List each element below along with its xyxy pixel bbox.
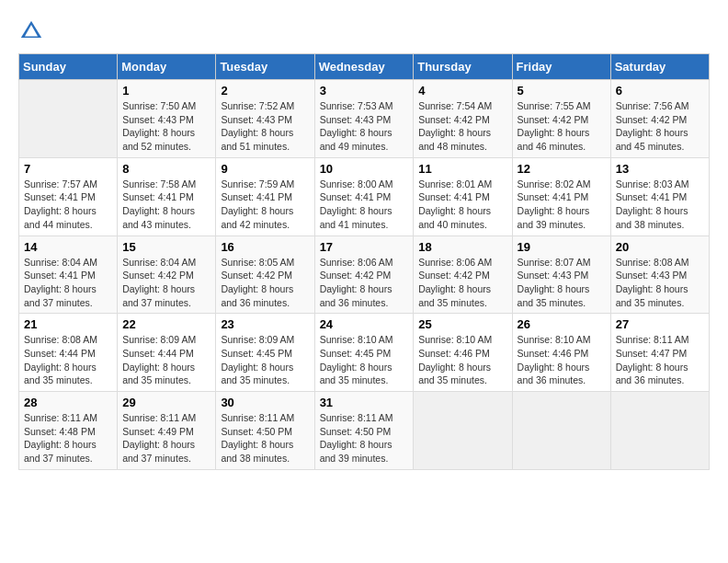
day-info: Sunrise: 8:01 AMSunset: 4:41 PMDaylight:… bbox=[418, 178, 506, 232]
day-number: 6 bbox=[616, 84, 704, 98]
weekday-header-thursday: Thursday bbox=[414, 54, 512, 80]
calendar-cell: 20Sunrise: 8:08 AMSunset: 4:43 PMDayligh… bbox=[610, 236, 709, 314]
day-info: Sunrise: 8:10 AMSunset: 4:46 PMDaylight:… bbox=[518, 333, 606, 387]
day-number: 10 bbox=[320, 162, 409, 176]
calendar-cell: 19Sunrise: 8:07 AMSunset: 4:43 PMDayligh… bbox=[512, 236, 610, 314]
calendar-cell: 5Sunrise: 7:55 AMSunset: 4:42 PMDaylight… bbox=[512, 80, 610, 158]
calendar-cell: 10Sunrise: 8:00 AMSunset: 4:41 PMDayligh… bbox=[314, 157, 414, 236]
day-info: Sunrise: 8:06 AMSunset: 4:42 PMDaylight:… bbox=[320, 256, 409, 310]
day-info: Sunrise: 8:10 AMSunset: 4:46 PMDaylight:… bbox=[418, 333, 506, 387]
calendar-cell: 13Sunrise: 8:03 AMSunset: 4:41 PMDayligh… bbox=[610, 157, 709, 236]
weekday-header-saturday: Saturday bbox=[610, 54, 709, 80]
weekday-header-tuesday: Tuesday bbox=[216, 54, 314, 80]
day-info: Sunrise: 7:52 AMSunset: 4:43 PMDaylight:… bbox=[221, 99, 309, 154]
calendar-week-row: 21Sunrise: 8:08 AMSunset: 4:44 PMDayligh… bbox=[19, 314, 710, 392]
day-info: Sunrise: 7:54 AMSunset: 4:42 PMDaylight:… bbox=[418, 99, 506, 154]
day-info: Sunrise: 8:07 AMSunset: 4:43 PMDaylight:… bbox=[518, 256, 606, 310]
day-info: Sunrise: 8:00 AMSunset: 4:41 PMDaylight:… bbox=[320, 178, 409, 232]
day-info: Sunrise: 8:03 AMSunset: 4:41 PMDaylight:… bbox=[616, 178, 704, 232]
day-number: 14 bbox=[24, 240, 112, 254]
day-number: 30 bbox=[221, 396, 309, 409]
calendar-cell: 21Sunrise: 8:08 AMSunset: 4:44 PMDayligh… bbox=[19, 314, 118, 392]
day-number: 23 bbox=[221, 317, 309, 331]
calendar-cell: 3Sunrise: 7:53 AMSunset: 4:43 PMDaylight… bbox=[314, 80, 414, 158]
logo bbox=[18, 18, 48, 44]
day-number: 21 bbox=[24, 317, 112, 331]
weekday-header-row: SundayMondayTuesdayWednesdayThursdayFrid… bbox=[19, 54, 710, 80]
day-info: Sunrise: 7:57 AMSunset: 4:41 PMDaylight:… bbox=[24, 178, 112, 232]
calendar-cell: 11Sunrise: 8:01 AMSunset: 4:41 PMDayligh… bbox=[414, 157, 512, 236]
day-info: Sunrise: 8:08 AMSunset: 4:44 PMDaylight:… bbox=[24, 333, 112, 387]
calendar-week-row: 1Sunrise: 7:50 AMSunset: 4:43 PMDaylight… bbox=[19, 80, 710, 158]
day-number: 20 bbox=[616, 240, 704, 254]
calendar-cell: 28Sunrise: 8:11 AMSunset: 4:48 PMDayligh… bbox=[19, 392, 118, 470]
weekday-header-wednesday: Wednesday bbox=[314, 54, 414, 80]
weekday-header-friday: Friday bbox=[512, 54, 610, 80]
calendar-table: SundayMondayTuesdayWednesdayThursdayFrid… bbox=[18, 53, 710, 470]
calendar-cell: 22Sunrise: 8:09 AMSunset: 4:44 PMDayligh… bbox=[118, 314, 216, 392]
day-info: Sunrise: 8:11 AMSunset: 4:48 PMDaylight:… bbox=[24, 411, 112, 465]
calendar-cell: 23Sunrise: 8:09 AMSunset: 4:45 PMDayligh… bbox=[216, 314, 314, 392]
calendar-week-row: 14Sunrise: 8:04 AMSunset: 4:41 PMDayligh… bbox=[19, 236, 710, 314]
calendar-cell: 26Sunrise: 8:10 AMSunset: 4:46 PMDayligh… bbox=[512, 314, 610, 392]
day-number: 31 bbox=[320, 396, 409, 409]
day-number: 29 bbox=[122, 396, 210, 409]
day-number: 1 bbox=[122, 84, 210, 98]
day-number: 8 bbox=[122, 162, 210, 176]
day-info: Sunrise: 8:06 AMSunset: 4:42 PMDaylight:… bbox=[418, 256, 506, 310]
day-number: 16 bbox=[221, 240, 309, 254]
day-info: Sunrise: 7:50 AMSunset: 4:43 PMDaylight:… bbox=[122, 99, 210, 154]
day-number: 4 bbox=[418, 84, 506, 98]
calendar-cell: 9Sunrise: 7:59 AMSunset: 4:41 PMDaylight… bbox=[216, 157, 314, 236]
calendar-cell: 7Sunrise: 7:57 AMSunset: 4:41 PMDaylight… bbox=[19, 157, 118, 236]
calendar-cell: 18Sunrise: 8:06 AMSunset: 4:42 PMDayligh… bbox=[414, 236, 512, 314]
calendar-cell: 14Sunrise: 8:04 AMSunset: 4:41 PMDayligh… bbox=[19, 236, 118, 314]
day-number: 11 bbox=[418, 162, 506, 176]
day-info: Sunrise: 8:04 AMSunset: 4:41 PMDaylight:… bbox=[24, 256, 112, 310]
calendar-cell: 29Sunrise: 8:11 AMSunset: 4:49 PMDayligh… bbox=[118, 392, 216, 470]
day-info: Sunrise: 7:56 AMSunset: 4:42 PMDaylight:… bbox=[616, 99, 704, 154]
calendar-cell: 25Sunrise: 8:10 AMSunset: 4:46 PMDayligh… bbox=[414, 314, 512, 392]
calendar-cell bbox=[610, 392, 709, 470]
day-number: 2 bbox=[221, 84, 309, 98]
calendar-cell: 27Sunrise: 8:11 AMSunset: 4:47 PMDayligh… bbox=[610, 314, 709, 392]
calendar-week-row: 7Sunrise: 7:57 AMSunset: 4:41 PMDaylight… bbox=[19, 157, 710, 236]
calendar-cell: 31Sunrise: 8:11 AMSunset: 4:50 PMDayligh… bbox=[314, 392, 414, 470]
day-info: Sunrise: 8:11 AMSunset: 4:50 PMDaylight:… bbox=[221, 411, 309, 465]
day-info: Sunrise: 8:11 AMSunset: 4:49 PMDaylight:… bbox=[122, 411, 210, 465]
day-number: 3 bbox=[320, 84, 409, 98]
day-info: Sunrise: 8:11 AMSunset: 4:47 PMDaylight:… bbox=[616, 333, 704, 387]
day-number: 24 bbox=[320, 317, 409, 331]
day-info: Sunrise: 8:11 AMSunset: 4:50 PMDaylight:… bbox=[320, 411, 409, 465]
calendar-cell: 15Sunrise: 8:04 AMSunset: 4:42 PMDayligh… bbox=[118, 236, 216, 314]
weekday-header-sunday: Sunday bbox=[19, 54, 118, 80]
day-info: Sunrise: 8:04 AMSunset: 4:42 PMDaylight:… bbox=[122, 256, 210, 310]
calendar-cell: 24Sunrise: 8:10 AMSunset: 4:45 PMDayligh… bbox=[314, 314, 414, 392]
day-info: Sunrise: 8:02 AMSunset: 4:41 PMDaylight:… bbox=[518, 178, 606, 232]
calendar-cell bbox=[512, 392, 610, 470]
calendar-week-row: 28Sunrise: 8:11 AMSunset: 4:48 PMDayligh… bbox=[19, 392, 710, 470]
day-number: 26 bbox=[518, 317, 606, 331]
day-number: 27 bbox=[616, 317, 704, 331]
calendar-cell: 1Sunrise: 7:50 AMSunset: 4:43 PMDaylight… bbox=[118, 80, 216, 158]
day-number: 19 bbox=[518, 240, 606, 254]
calendar-cell: 17Sunrise: 8:06 AMSunset: 4:42 PMDayligh… bbox=[314, 236, 414, 314]
calendar-cell: 8Sunrise: 7:58 AMSunset: 4:41 PMDaylight… bbox=[118, 157, 216, 236]
calendar-cell bbox=[19, 80, 118, 158]
day-number: 7 bbox=[24, 162, 112, 176]
day-number: 5 bbox=[518, 84, 606, 98]
day-info: Sunrise: 7:59 AMSunset: 4:41 PMDaylight:… bbox=[221, 178, 309, 232]
day-info: Sunrise: 8:09 AMSunset: 4:45 PMDaylight:… bbox=[221, 333, 309, 387]
day-info: Sunrise: 8:09 AMSunset: 4:44 PMDaylight:… bbox=[122, 333, 210, 387]
calendar-cell: 4Sunrise: 7:54 AMSunset: 4:42 PMDaylight… bbox=[414, 80, 512, 158]
day-info: Sunrise: 8:05 AMSunset: 4:42 PMDaylight:… bbox=[221, 256, 309, 310]
header bbox=[18, 18, 710, 44]
day-number: 9 bbox=[221, 162, 309, 176]
day-number: 12 bbox=[518, 162, 606, 176]
day-number: 25 bbox=[418, 317, 506, 331]
weekday-header-monday: Monday bbox=[118, 54, 216, 80]
calendar-cell: 16Sunrise: 8:05 AMSunset: 4:42 PMDayligh… bbox=[216, 236, 314, 314]
logo-icon bbox=[18, 18, 44, 44]
day-number: 13 bbox=[616, 162, 704, 176]
calendar-cell: 30Sunrise: 8:11 AMSunset: 4:50 PMDayligh… bbox=[216, 392, 314, 470]
